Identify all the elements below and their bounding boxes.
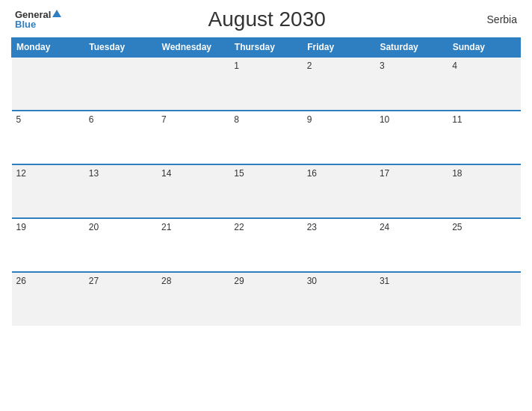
calendar-table: MondayTuesdayWednesdayThursdayFridaySatu…	[11, 37, 521, 326]
logo: General Blue	[15, 10, 61, 29]
calendar-day-cell: 22	[229, 218, 302, 272]
day-number: 11	[452, 114, 462, 125]
day-number: 5	[16, 114, 22, 125]
day-number: 17	[380, 168, 389, 179]
calendar-week-row: 19202122232425	[12, 218, 521, 272]
logo-triangle-icon	[52, 10, 61, 17]
day-number: 25	[452, 222, 462, 232]
country-label: Serbia	[472, 13, 517, 25]
calendar-day-cell	[84, 57, 157, 111]
day-number: 9	[307, 114, 312, 125]
day-number: 19	[16, 222, 26, 232]
calendar-header: General Blue August 2030 Serbia	[11, 7, 521, 31]
day-number: 15	[234, 168, 244, 179]
day-number: 12	[16, 168, 26, 179]
day-number: 27	[89, 276, 99, 286]
calendar-day-cell	[157, 57, 229, 111]
calendar-day-cell: 3	[375, 57, 448, 111]
calendar-day-cell: 23	[303, 218, 375, 272]
calendar-day-cell: 29	[229, 272, 302, 326]
day-number: 2	[307, 61, 312, 71]
calendar-day-cell: 10	[375, 111, 448, 164]
calendar-day-cell: 26	[12, 272, 84, 326]
calendar-day-cell: 16	[303, 164, 375, 218]
weekday-header-row: MondayTuesdayWednesdayThursdayFridaySatu…	[12, 38, 521, 58]
calendar-day-cell: 1	[229, 57, 302, 111]
calendar-day-cell: 20	[84, 218, 157, 272]
day-number: 30	[307, 276, 317, 286]
calendar-day-cell: 5	[12, 111, 84, 164]
day-number: 28	[161, 276, 171, 286]
day-number: 8	[234, 114, 239, 125]
calendar-week-row: 12131415161718	[12, 164, 521, 218]
calendar-day-cell: 19	[12, 218, 84, 272]
month-title: August 2030	[61, 7, 472, 31]
weekday-header: Thursday	[229, 38, 302, 58]
calendar-day-cell	[12, 57, 84, 111]
calendar-day-cell: 17	[375, 164, 448, 218]
day-number: 14	[161, 168, 171, 179]
calendar-day-cell: 14	[157, 164, 229, 218]
day-number: 13	[89, 168, 99, 179]
calendar-day-cell: 7	[157, 111, 229, 164]
calendar-day-cell: 24	[375, 218, 448, 272]
weekday-header: Friday	[303, 38, 375, 58]
calendar-day-cell: 13	[84, 164, 157, 218]
calendar-day-cell: 6	[84, 111, 157, 164]
calendar-week-row: 262728293031	[12, 272, 521, 326]
weekday-header: Monday	[12, 38, 84, 58]
calendar-day-cell: 11	[448, 111, 520, 164]
day-number: 26	[16, 276, 26, 286]
calendar-week-row: 1234	[12, 57, 521, 111]
day-number: 21	[161, 222, 171, 232]
day-number: 6	[89, 114, 94, 125]
day-number: 22	[234, 222, 244, 232]
calendar-day-cell: 8	[229, 111, 302, 164]
day-number: 4	[452, 61, 457, 71]
day-number: 3	[380, 61, 385, 71]
day-number: 1	[234, 61, 239, 71]
calendar-day-cell	[448, 272, 520, 326]
logo-blue-text: Blue	[15, 19, 36, 29]
day-number: 16	[307, 168, 317, 179]
calendar-day-cell: 27	[84, 272, 157, 326]
weekday-header: Saturday	[375, 38, 448, 58]
calendar-day-cell: 15	[229, 164, 302, 218]
calendar-day-cell: 18	[448, 164, 520, 218]
day-number: 29	[234, 276, 244, 286]
day-number: 24	[380, 222, 389, 232]
calendar-day-cell: 12	[12, 164, 84, 218]
calendar-day-cell: 21	[157, 218, 229, 272]
day-number: 18	[452, 168, 462, 179]
calendar-day-cell: 25	[448, 218, 520, 272]
day-number: 20	[89, 222, 99, 232]
weekday-header: Wednesday	[157, 38, 229, 58]
weekday-header: Tuesday	[84, 38, 157, 58]
weekday-header: Sunday	[448, 38, 520, 58]
calendar-day-cell: 9	[303, 111, 375, 164]
day-number: 23	[307, 222, 317, 232]
calendar-week-row: 567891011	[12, 111, 521, 164]
calendar-day-cell: 28	[157, 272, 229, 326]
calendar-day-cell: 30	[303, 272, 375, 326]
day-number: 7	[161, 114, 167, 125]
calendar-day-cell: 2	[303, 57, 375, 111]
calendar-container: General Blue August 2030 Serbia MondayTu…	[0, 0, 532, 411]
calendar-day-cell: 4	[448, 57, 520, 111]
day-number: 31	[380, 276, 389, 286]
calendar-day-cell: 31	[375, 272, 448, 326]
day-number: 10	[380, 114, 389, 125]
